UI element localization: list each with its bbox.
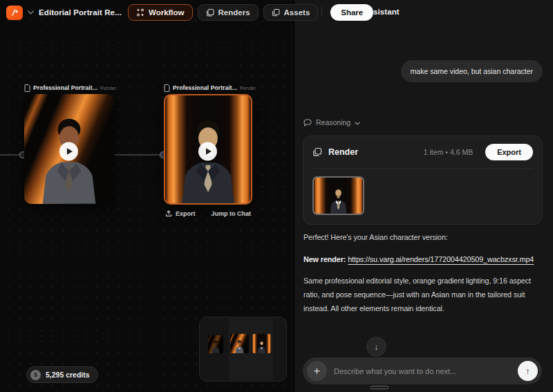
render-card-title: Render (328, 147, 358, 157)
plus-icon: + (314, 365, 320, 377)
reasoning-toggle[interactable]: Reasoning (303, 118, 360, 127)
tab-workflow-label: Workflow (149, 8, 185, 17)
jump-to-chat-label: Jump to Chat (212, 210, 252, 217)
panel-drag-handle[interactable] (371, 386, 388, 389)
node-2-header: Professional Portrait... Render (164, 83, 252, 93)
play-icon (66, 147, 73, 155)
play-button[interactable] (59, 142, 78, 160)
node-2-video[interactable] (164, 94, 252, 205)
node-1-title: Professional Portrait... (33, 84, 97, 91)
render-card: Render 1 item • 4.6 MB Export (303, 136, 543, 225)
chat-input-bar: + ↑ (303, 357, 542, 384)
share-label: Share (341, 8, 363, 17)
workflow-node-2: Professional Portrait... Render (164, 83, 252, 217)
renders-icon (206, 8, 214, 17)
play-icon (205, 148, 212, 156)
node-2-title: Professional Portrait... (173, 84, 237, 91)
node-export-label: Export (176, 210, 196, 217)
assistant-message-body: Same professional editorial style, orang… (303, 274, 543, 316)
node-export-button[interactable]: Export (165, 210, 196, 217)
export-button[interactable]: Export (485, 144, 533, 160)
tray-thumbnail-3[interactable] (252, 334, 271, 353)
render-url-link[interactable]: https://su.varg.ai/renders/1772004420509… (348, 255, 534, 263)
preview-tray[interactable] (199, 317, 287, 382)
project-title: Editorial Portrait Re... (39, 8, 122, 17)
comment-icon (303, 119, 312, 127)
assistant-message-intro: Perfect! Here's your Asian character ver… (303, 231, 543, 245)
arrow-down-icon: ↓ (374, 342, 379, 352)
play-button[interactable] (198, 142, 217, 161)
app-logo-icon[interactable] (6, 6, 23, 20)
reasoning-label: Reasoning (316, 118, 350, 127)
scroll-down-button[interactable]: ↓ (366, 337, 386, 357)
tab-workflow[interactable]: Workflow (128, 4, 193, 21)
tray-thumbnail-2[interactable] (230, 334, 249, 353)
file-icon (24, 84, 30, 92)
jump-to-chat-button[interactable]: Jump to Chat (212, 210, 252, 217)
arrow-up-icon: ↑ (525, 366, 530, 376)
tab-assets-label: Assets (284, 8, 310, 17)
node-1-header: Professional Portrait... Render (24, 83, 114, 93)
app-window: Editorial Portrait Re... Workflow Render… (0, 0, 553, 392)
workflow-icon (136, 8, 144, 17)
workflow-node-1: Professional Portrait... Render (24, 83, 114, 204)
render-thumbnail[interactable] (312, 176, 364, 215)
credits-label: 5,295 credits (46, 371, 90, 379)
user-message-bubble: make same video, but asian character (401, 60, 543, 82)
tab-renders[interactable]: Renders (198, 4, 259, 21)
chat-input[interactable] (334, 367, 511, 375)
project-chevron-down-icon[interactable] (28, 10, 34, 15)
node-2-actions: Export Jump to Chat (164, 210, 252, 217)
node-1-video[interactable] (24, 94, 114, 204)
tab-renders-label: Renders (218, 8, 250, 17)
stack-icon (312, 147, 322, 157)
assets-icon (272, 8, 280, 17)
attach-button[interactable]: + (307, 361, 327, 381)
topbar: Editorial Portrait Re... Workflow Render… (0, 0, 294, 25)
render-card-meta: 1 item • 4.6 MB (424, 148, 473, 156)
new-render-label: New render: (303, 255, 346, 263)
assistant-message-link-row: New render: https://su.varg.ai/renders/1… (303, 253, 543, 267)
assistant-panel: ✦ Varg Assistant make same video, but as… (294, 0, 553, 392)
node-1-badge: Render (100, 86, 116, 91)
export-icon (165, 210, 172, 217)
workflow-canvas[interactable]: Editorial Portrait Re... Workflow Render… (0, 0, 294, 392)
credits-pill[interactable]: $ 5,295 credits (26, 366, 98, 383)
node-2-badge: Render (240, 86, 256, 91)
send-button[interactable]: ↑ (518, 361, 538, 381)
file-icon (164, 84, 170, 92)
portrait-man-thumb (314, 184, 363, 214)
header-divider (321, 7, 322, 17)
chevron-down-icon (355, 118, 360, 127)
tab-assets[interactable]: Assets (263, 4, 319, 21)
coin-icon: $ (30, 370, 41, 380)
card-divider (312, 168, 533, 169)
share-button[interactable]: Share (330, 4, 373, 21)
render-card-header: Render 1 item • 4.6 MB Export (312, 144, 533, 160)
tray-thumbnail-1[interactable] (208, 335, 223, 353)
